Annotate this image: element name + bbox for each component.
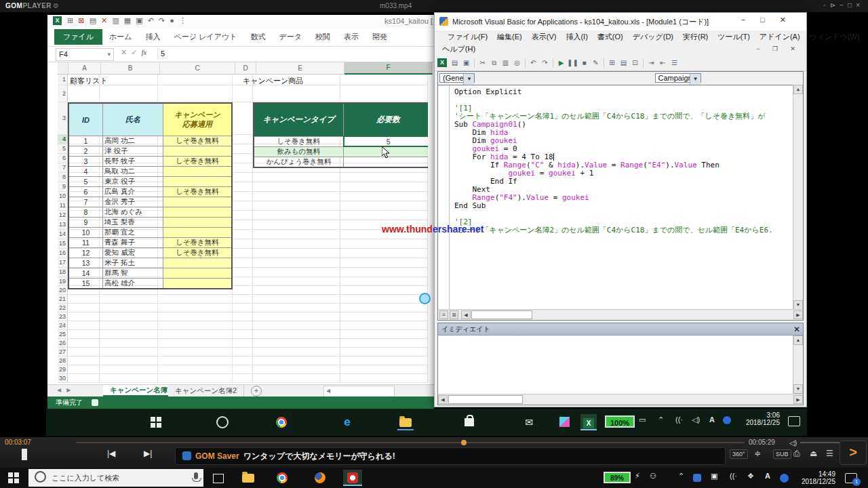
tray-chevron-icon[interactable]: ⌃ <box>678 472 684 481</box>
row-header-2[interactable]: 2 <box>58 85 68 102</box>
cell-name[interactable]: 愛知 威宏 <box>103 248 163 258</box>
row-header-29[interactable]: 29 <box>58 365 68 373</box>
search-box[interactable]: ここに入力して検索 <box>28 469 203 487</box>
cell-name[interactable]: 鳥取 功二 <box>103 167 163 177</box>
camera-icon[interactable]: ▣ <box>711 472 717 481</box>
save-icon[interactable]: ▣ <box>460 58 472 68</box>
cell-id[interactable]: 10 <box>68 228 103 238</box>
cortana-button[interactable] <box>214 414 231 430</box>
360-mode-button[interactable]: 360° <box>730 449 748 459</box>
delete-cells-icon[interactable]: ⊠ <box>78 16 84 25</box>
customer-header-name[interactable]: 氏名 <box>103 103 163 136</box>
vba-menu-item-6[interactable]: デバッグ(D) <box>628 32 678 42</box>
row-header-27[interactable]: 27 <box>58 348 68 356</box>
code-line[interactable] <box>454 96 773 104</box>
cell-id[interactable]: 15 <box>68 279 103 289</box>
cell-name[interactable]: 金沢 秀子 <box>103 197 163 207</box>
customer-table[interactable]: ID氏名キャンペーン応募適用1高岡 功二しそ巻き無料2津 役子3長野 牧子しそ巻… <box>68 102 233 289</box>
horizontal-scrollbar[interactable]: ◀ <box>323 386 395 397</box>
row-header-9[interactable]: 9 <box>58 182 68 191</box>
cell-id[interactable]: 6 <box>68 187 103 197</box>
cell-id[interactable]: 9 <box>68 218 103 228</box>
cell-campaign[interactable] <box>163 268 233 279</box>
code-line[interactable]: Option Explicit <box>454 88 773 96</box>
cell-required-count-selected[interactable]: 5 <box>344 136 429 146</box>
row-header-8[interactable]: 8 <box>58 173 68 182</box>
delete-rows-icon[interactable]: ✕ <box>101 16 107 25</box>
column-header-F[interactable]: F <box>344 62 433 75</box>
indent-icon[interactable]: ⇥ <box>646 58 657 68</box>
row-header-7[interactable]: 7 <box>58 163 68 172</box>
battery-indicator[interactable]: 89% <box>604 472 631 483</box>
gom-saver-ad-banner[interactable]: GOM Saverワンタップで大切なメモリーが守られる! <box>175 447 726 465</box>
cell-campaign[interactable] <box>163 258 233 268</box>
seek-handle[interactable] <box>461 440 467 445</box>
code-vertical-scrollbar[interactable]: ▲ ▼ <box>793 85 803 310</box>
immediate-window-titlebar[interactable]: イミディエイト ✕ <box>438 323 803 336</box>
action-center-icon[interactable]: 1 <box>845 473 857 483</box>
cell-campaign[interactable] <box>163 207 233 218</box>
scroll-left-icon[interactable]: ◀ <box>438 395 448 404</box>
cell-id[interactable]: 7 <box>68 197 103 207</box>
enter-icon[interactable]: ✓ <box>131 48 141 56</box>
power-plug-icon[interactable]: ⚡ <box>635 472 640 481</box>
cell-name[interactable]: 北海 めぐみ <box>103 207 163 218</box>
row-header-30[interactable]: 30 <box>58 374 68 382</box>
row-header-17[interactable]: 17 <box>58 258 68 267</box>
taskbar-edge[interactable]: e <box>339 414 355 430</box>
row-header-24[interactable]: 24 <box>58 321 68 329</box>
taskbar-gom-player[interactable] <box>343 470 362 486</box>
scroll-up-icon[interactable]: ▲ <box>793 336 803 345</box>
cell-campaign[interactable] <box>163 228 233 238</box>
cell-campaign[interactable] <box>163 167 233 177</box>
run-macro-icon[interactable]: ▶ <box>555 58 567 68</box>
ime-icon[interactable]: A <box>709 415 715 424</box>
column-header-A[interactable]: A <box>68 62 101 75</box>
cortana-tray-icon[interactable] <box>723 416 731 424</box>
customer-header-campaign[interactable]: キャンペーン応募適用 <box>163 103 233 136</box>
wifi-icon[interactable]: ((· <box>730 472 737 480</box>
save-icon[interactable]: ▣ <box>136 16 142 25</box>
touch-mode-icon[interactable]: ● <box>170 16 174 24</box>
row-header-16[interactable]: 16 <box>58 249 68 258</box>
people-icon[interactable]: ⚇ <box>650 472 656 481</box>
campaign-header-count[interactable]: 必要数 <box>344 103 429 136</box>
ribbon-tab-4[interactable]: 数式 <box>243 29 272 45</box>
scroll-right-icon[interactable]: ▶ <box>793 395 803 404</box>
row-header-18[interactable]: 18 <box>58 268 68 277</box>
column-header-E[interactable]: E <box>256 62 344 75</box>
cell-id[interactable]: 13 <box>68 258 103 268</box>
row-header-19[interactable]: 19 <box>58 277 68 285</box>
wifi-icon[interactable]: ((· <box>675 415 683 424</box>
name-box[interactable]: F4▼ <box>56 48 114 61</box>
cancel-icon[interactable]: ✕ <box>121 48 131 56</box>
undo-icon[interactable]: ↶ <box>528 58 539 68</box>
scroll-up-icon[interactable]: ▲ <box>793 85 803 94</box>
vba-close-button[interactable]: ✕ <box>780 16 801 24</box>
cell-name[interactable]: 長野 牧子 <box>103 157 163 167</box>
maximize-button[interactable]: □ <box>848 1 856 9</box>
code-line[interactable]: Range("F4").Value = goukei <box>454 194 773 202</box>
row-header-15[interactable]: 15 <box>58 239 68 248</box>
row-header-13[interactable]: 13 <box>58 220 68 229</box>
column-header-D[interactable]: D <box>235 62 256 75</box>
campaign-header-type[interactable]: キャンペーンタイプ <box>254 103 344 136</box>
cell-name[interactable]: 米子 拓土 <box>103 258 163 268</box>
playlist-icon[interactable]: ⊳ <box>830 1 840 9</box>
taskbar-excel[interactable]: X <box>580 414 597 430</box>
sheet-nav-arrows[interactable]: ◀▶ <box>57 387 76 393</box>
code-line[interactable] <box>454 210 773 218</box>
vba-window-controls[interactable]: −□✕ <box>741 16 801 24</box>
immediate-close-icon[interactable]: ✕ <box>793 323 800 336</box>
redo-icon[interactable]: ↷ <box>539 58 551 68</box>
panel-expand-button[interactable]: > <box>840 441 867 465</box>
cell-id[interactable]: 14 <box>68 268 103 279</box>
immediate-window-content[interactable] <box>438 336 793 394</box>
cell-name[interactable]: 高松 雄介 <box>103 279 163 289</box>
break-icon[interactable]: ❚❚ <box>567 58 578 68</box>
cell-campaign[interactable] <box>163 218 233 228</box>
cell-name[interactable]: 津 役子 <box>103 146 163 157</box>
vba-menu-item-3[interactable]: 表示(V) <box>527 32 561 42</box>
add-sheet-button[interactable]: + <box>251 386 262 396</box>
code-line[interactable]: End Sub <box>454 202 773 210</box>
